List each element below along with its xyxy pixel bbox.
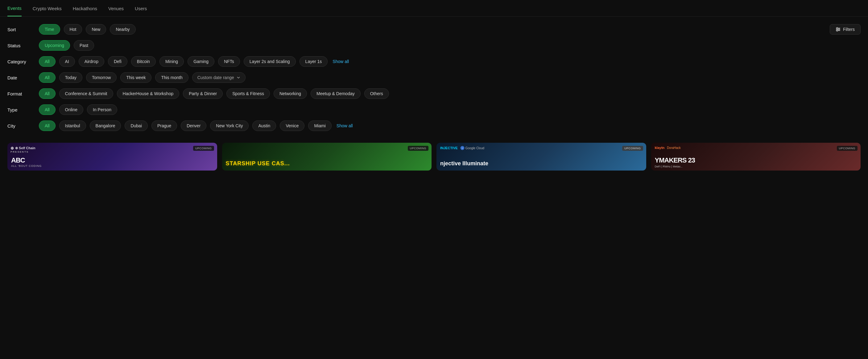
svg-point-5 <box>837 30 838 31</box>
type-label: Type <box>7 107 35 112</box>
category-pills-pill-layer-2s-and-scaling[interactable]: Layer 2s and Scaling <box>244 56 296 67</box>
category-pills-pill-all[interactable]: All <box>39 56 56 67</box>
card-2-title: STARSHIP USE CAS... <box>226 160 428 167</box>
city-pills-pill-dubai[interactable]: Dubai <box>125 120 148 131</box>
card-1-badge: UPCOMING <box>193 146 214 151</box>
event-card-4[interactable]: klaytn DoraHack UPCOMING YMAKERS 23 DeFi… <box>651 143 861 170</box>
format-pills-pill-sports-and-fitness[interactable]: Sports & Fitness <box>226 88 270 99</box>
event-card-3[interactable]: INJECTIVE G Google Cloud UPCOMING njecti… <box>436 143 646 170</box>
city-pills-pill-all[interactable]: All <box>39 120 56 131</box>
sort-pills-pill-nearby[interactable]: Nearby <box>110 24 135 35</box>
svg-point-3 <box>837 27 838 29</box>
type-pills-pill-all[interactable]: All <box>39 104 56 115</box>
city-pills-pill-new-york-city[interactable]: New York City <box>210 120 249 131</box>
city-pills-pill-bangalore[interactable]: Bangalore <box>90 120 121 131</box>
status-pills-pill-past[interactable]: Past <box>74 40 94 51</box>
nav-item-users[interactable]: Users <box>135 6 147 16</box>
category-pills-pill-airdrop[interactable]: Airdrop <box>79 56 104 67</box>
filters-section: Sort TimeHotNewNearby Filters Status Upc… <box>0 17 868 131</box>
card-1-logo-text: ⊕ Self Chain <box>15 146 35 150</box>
nav-item-events[interactable]: Events <box>7 5 22 17</box>
sort-pills-pill-new[interactable]: New <box>86 24 106 35</box>
category-show-all[interactable]: Show all <box>331 57 350 66</box>
card-3-title: njective Illuminate <box>440 160 643 167</box>
event-cards-row: ⊕ ⊕ Self Chain PRESENTS UPCOMING ABC ALL… <box>0 137 868 170</box>
card-4-logo1: klaytn <box>655 146 665 149</box>
category-pills-pill-defi[interactable]: Defi <box>108 56 127 67</box>
nav-item-venues[interactable]: Venues <box>108 6 124 16</box>
date-pills-pill-today[interactable]: Today <box>59 72 82 83</box>
city-pills-pill-prague[interactable]: Prague <box>151 120 177 131</box>
card-1-presents: PRESENTS <box>10 150 35 153</box>
sort-label: Sort <box>7 27 35 32</box>
category-pills-pill-layer-1s[interactable]: Layer 1s <box>300 56 328 67</box>
city-pills-pill-venice[interactable]: Venice <box>280 120 305 131</box>
card-4-subtitle: DeFi | RWAs | Metav... <box>655 165 683 168</box>
main-nav: EventsCrypto WeeksHackathonsVenuesUsers <box>0 0 868 17</box>
date-pills-pill-this-week[interactable]: This week <box>120 72 151 83</box>
date-pills-pill-all[interactable]: All <box>39 72 56 83</box>
category-pills-pill-gaming[interactable]: Gaming <box>188 56 214 67</box>
format-pills-pill-others[interactable]: Others <box>364 88 389 99</box>
card-4-title: YMAKERS 23 <box>655 156 695 164</box>
type-row: Type AllOnlineIn Person <box>7 104 861 115</box>
city-pills-pill-istanbul[interactable]: Istanbul <box>59 120 86 131</box>
card-4-logo2: DoraHack <box>667 146 680 149</box>
type-pills: AllOnlineIn Person <box>39 104 117 115</box>
filters-button-label: Filters <box>843 27 855 32</box>
date-pills: AllTodayTomorrowThis weekThis month <box>39 72 188 83</box>
city-pills-pill-denver[interactable]: Denver <box>181 120 206 131</box>
city-pills-pill-miami[interactable]: Miami <box>308 120 331 131</box>
format-pills-pill-meetup-and-demoday[interactable]: Meetup & Demoday <box>311 88 361 99</box>
category-row: Category AllAIAirdropDefiBitcoinMiningGa… <box>7 56 861 67</box>
card-4-badge: UPCOMING <box>837 146 858 151</box>
sort-pills-pill-hot[interactable]: Hot <box>64 24 82 35</box>
format-pills-pill-conference-and-summit[interactable]: Conference & Summit <box>59 88 113 99</box>
status-pills-pill-upcoming[interactable]: Upcoming <box>39 40 70 51</box>
card-1-title: ABC <box>11 156 213 164</box>
city-row: City AllIstanbulBangaloreDubaiPragueDenv… <box>7 120 861 131</box>
category-pills-pill-bitcoin[interactable]: Bitcoin <box>131 56 156 67</box>
format-row: Format AllConference & SummitHackerHouse… <box>7 88 861 99</box>
status-row: Status UpcomingPast <box>7 40 861 51</box>
custom-date-button[interactable]: Custom date range <box>192 72 246 83</box>
sort-pills-pill-time[interactable]: Time <box>39 24 60 35</box>
format-pills-pill-hackerhouse-and-workshop[interactable]: HackerHouse & Workshop <box>117 88 180 99</box>
nav-item-hackathons[interactable]: Hackathons <box>73 6 97 16</box>
card-1-logo: ⊕ ⊕ Self Chain PRESENTS <box>10 146 35 153</box>
category-pills-pill-mining[interactable]: Mining <box>159 56 184 67</box>
filters-button[interactable]: Filters <box>830 24 861 35</box>
format-pills-pill-all[interactable]: All <box>39 88 56 99</box>
card-3-logo2: G Google Cloud <box>460 146 484 150</box>
event-card-2[interactable]: UPCOMING STARSHIP USE CAS... <box>222 143 432 170</box>
sort-row: Sort TimeHotNewNearby Filters <box>7 24 861 35</box>
filters-icon <box>836 27 841 32</box>
event-card-1[interactable]: ⊕ ⊕ Self Chain PRESENTS UPCOMING ABC ALL… <box>7 143 217 170</box>
city-pills-pill-austin[interactable]: Austin <box>252 120 276 131</box>
google-cloud-icon: G <box>460 146 465 150</box>
status-label: Status <box>7 43 35 48</box>
status-pills: UpcomingPast <box>39 40 94 51</box>
card-1-content: ABC ALL 'BOUT CODING <box>11 156 213 167</box>
city-show-all[interactable]: Show all <box>335 121 354 131</box>
category-pills-pill-nfts[interactable]: NFTs <box>218 56 240 67</box>
format-pills-pill-networking[interactable]: Networking <box>274 88 307 99</box>
date-row: Date AllTodayTomorrowThis weekThis month… <box>7 72 861 83</box>
category-pills-pill-ai[interactable]: AI <box>59 56 75 67</box>
date-pills-pill-this-month[interactable]: This month <box>155 72 188 83</box>
type-pills-pill-online[interactable]: Online <box>59 104 83 115</box>
chevron-down-icon <box>237 76 240 79</box>
city-label: City <box>7 123 35 129</box>
nav-item-crypto-weeks[interactable]: Crypto Weeks <box>33 6 62 16</box>
card-3-badge: UPCOMING <box>622 146 643 151</box>
type-pills-pill-in-person[interactable]: In Person <box>87 104 117 115</box>
format-pills-pill-party-and-dinner[interactable]: Party & Dinner <box>183 88 223 99</box>
card-3-logo1: INJECTIVE <box>440 146 458 150</box>
category-label: Category <box>7 59 35 64</box>
card-1-subtitle: ALL 'BOUT CODING <box>11 164 213 167</box>
svg-text:G: G <box>462 147 463 149</box>
card-2-badge: UPCOMING <box>408 146 429 151</box>
custom-date-label: Custom date range <box>197 75 234 80</box>
category-pills: AllAIAirdropDefiBitcoinMiningGamingNFTsL… <box>39 56 328 67</box>
date-pills-pill-tomorrow[interactable]: Tomorrow <box>86 72 117 83</box>
